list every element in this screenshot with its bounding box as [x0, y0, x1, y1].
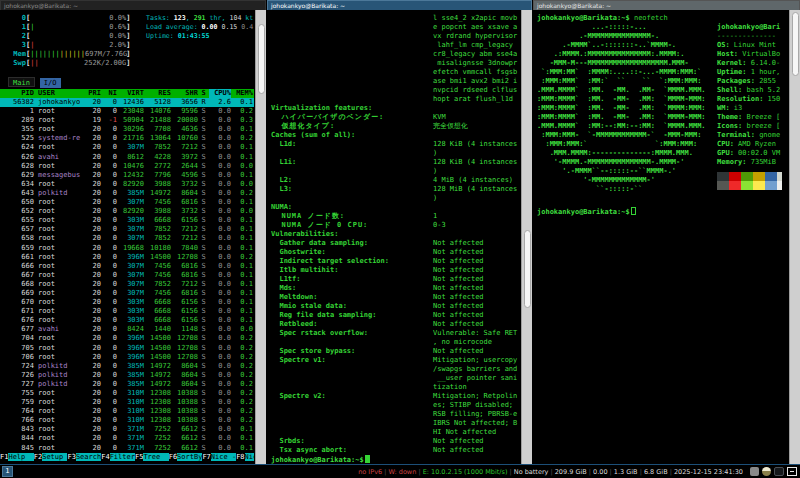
htop-process-row[interactable]: 727polkitd200385M149728604S0.00.2: [0, 380, 254, 389]
scrollbar-thumb[interactable]: [792, 12, 799, 76]
htop-column-header[interactable]: VIRT: [117, 89, 144, 98]
fkey-filter[interactable]: F4Filter: [101, 453, 135, 462]
linux-mint-ascii-logo: ...-:::::-... .-MMMMMMMMMMMMMMM-. .-MMMM…: [537, 23, 706, 194]
htop-process-row[interactable]: 634root2008292039883732S0.00.0: [0, 180, 254, 189]
htop-process-row[interactable]: 670root200303M66686156S0.00.1: [0, 298, 254, 307]
brightness-tray-icon[interactable]: [762, 467, 771, 476]
window-htop: johokankyo@Barikata: ~ 0[0.0%] 1[|0.6%] …: [0, 0, 266, 464]
htop-process-row[interactable]: 667root200307M74566816S0.00.1: [0, 271, 254, 280]
titlebar-lscpu[interactable]: johokankyo@Barikata: ~: [267, 0, 532, 10]
htop-process-row[interactable]: 726polkitd200385M149728604S0.00.2: [0, 371, 254, 380]
htop-process-row[interactable]: 845root200371M72526612S0.00.1: [0, 444, 254, 453]
status-segment: 6.8 GiB: [644, 468, 668, 476]
titlebar-neofetch[interactable]: johokankyo@Barikata: ~: [533, 0, 800, 10]
htop-process-row[interactable]: 666root200307M74566816S0.00.1: [0, 262, 254, 271]
lscpu-line: , no microcode: [267, 338, 520, 347]
lscpu-line: l sse4_2 x2apic movb: [267, 14, 520, 23]
htop-process-row[interactable]: 671root200303M66686156S0.00.1: [0, 307, 254, 316]
htop-process-row[interactable]: 655root200303M66686156S0.00.1: [0, 216, 254, 225]
neofetch-info-line: Memory: 735MiB: [717, 158, 780, 167]
scrollbar-htop[interactable]: [255, 10, 266, 464]
htop-column-header[interactable]: USER: [34, 89, 84, 98]
htop-column-header[interactable]: PRI: [84, 89, 101, 98]
htop-process-row[interactable]: 626avahi200861242283972S0.00.1: [0, 153, 254, 162]
htop-process-row[interactable]: 706root200396M1450012708S0.00.2: [0, 353, 254, 362]
htop-process-row[interactable]: 657root200307M78527212S0.00.1: [0, 225, 254, 234]
neofetch-info-line: WM: i3: [717, 104, 780, 113]
neofetch-info-line: OS: Linux Mint: [717, 41, 780, 50]
htop-process-row[interactable]: 659root20019668101807840S0.00.1: [0, 244, 254, 253]
htop-process-row[interactable]: 628root2001047627722644S0.00.0: [0, 162, 254, 171]
scrollbar-neofetch[interactable]: [789, 10, 800, 464]
palette-row-normal: [717, 172, 782, 181]
htop-process-list: 56382johokankyo2001243651283656R2.60.11r…: [0, 98, 254, 453]
htop-process-row[interactable]: 1root20023048140769596S0.00.2: [0, 107, 254, 116]
htop-process-row[interactable]: 652root2008292039883732S0.00.0: [0, 207, 254, 216]
htop-column-header[interactable]: NI: [101, 89, 117, 98]
terminal-htop[interactable]: 0[0.0%] 1[|0.6%] 2[0.0%] 3[|2.0%] Mem[||…: [0, 10, 266, 464]
htop-process-row[interactable]: 355root2003029677084636S0.00.1: [0, 125, 254, 134]
scrollbar-thumb[interactable]: [258, 24, 265, 94]
status-segment: No battery: [514, 468, 549, 476]
network-tray-icon[interactable]: [750, 467, 759, 476]
fkey-nice-[interactable]: F7Nice -: [202, 453, 236, 462]
htop-process-row[interactable]: 661root200396M1450012708S0.00.2: [0, 253, 254, 262]
workspace-button-1[interactable]: 1: [2, 466, 13, 477]
lscpu-line: NUMA:: [267, 203, 520, 212]
htop-process-row[interactable]: 677avahi200842414401148S0.00.0: [0, 325, 254, 334]
palette-swatch: [753, 172, 765, 181]
display-tray-icon[interactable]: [774, 467, 784, 476]
htop-column-header[interactable]: CPU%: [209, 89, 231, 98]
window-lscpu: johokankyo@Barikata: ~ l sse4_2 x2apic m…: [266, 0, 532, 464]
htop-process-row[interactable]: 289root19-1509042148820080S0.00.3: [0, 116, 254, 125]
htop-process-row[interactable]: 56382johokankyo2001243651283656R2.60.1: [0, 98, 254, 107]
htop-process-row[interactable]: 658root200307M78527212S0.00.1: [0, 234, 254, 243]
shell-prompt: johokankyo@Barikata:~$: [537, 207, 636, 216]
tab-io[interactable]: I/O: [40, 78, 61, 88]
lscpu-line: __user pointer sani: [267, 374, 520, 383]
fkey-help[interactable]: F1Help: [0, 453, 34, 462]
lscpu-line: ハイパーバイザのベンダー:KVM: [267, 113, 520, 122]
htop-process-row[interactable]: 643polkitd200385M149728604S0.00.2: [0, 189, 254, 198]
htop-process-row[interactable]: 705root200396M1450012708S0.00.2: [0, 344, 254, 353]
htop-column-header[interactable]: MEM%: [231, 89, 253, 98]
htop-process-row[interactable]: 764root200310M1230810388S0.00.2: [0, 407, 254, 416]
htop-process-row[interactable]: 624root200307M78527212S0.00.1: [0, 143, 254, 152]
htop-process-row[interactable]: 629messagebus2001243277964596S0.00.1: [0, 171, 254, 180]
fkey-tree[interactable]: F5Tree: [135, 453, 169, 462]
status-segment: 0.00: [593, 468, 607, 476]
titlebar-htop[interactable]: johokankyo@Barikata: ~: [0, 0, 266, 10]
htop-process-row[interactable]: 668root200307M78527212S0.00.1: [0, 280, 254, 289]
htop-process-row[interactable]: 755root200310M1230810388S0.00.2: [0, 389, 254, 398]
htop-process-row[interactable]: 759root200310M1230810388S0.00.2: [0, 398, 254, 407]
neofetch-info-line: Shell: bash 5.2: [717, 86, 780, 95]
htop-column-header[interactable]: S: [198, 89, 209, 98]
scrollbar-thumb[interactable]: [524, 230, 531, 308]
lscpu-line: Spec rstack overflow:Vulnerable: Safe RE…: [267, 329, 520, 338]
lscpu-line: Tsx async abort:Not affected: [267, 446, 520, 455]
fkey-nice-[interactable]: F8Nice +: [236, 453, 254, 462]
scrollbar-lscpu[interactable]: [521, 10, 532, 464]
terminal-neofetch[interactable]: johokankyo@Barikata:~$ neofetch ...-::::…: [533, 10, 800, 464]
terminal-tray-icon[interactable]: [787, 467, 797, 476]
htop-column-header[interactable]: RES: [144, 89, 171, 98]
htop-process-row[interactable]: 676root200303M66686156S0.00.1: [0, 316, 254, 325]
terminal-lscpu[interactable]: l sse4_2 x2apic movbe popcnt aes xsave a…: [267, 10, 532, 464]
htop-function-key-bar: F1Help F2Setup F3SearchF4FilterF5Tree F6…: [0, 453, 254, 462]
lscpu-line: ): [267, 194, 520, 203]
htop-column-header[interactable]: PID: [4, 89, 34, 98]
htop-process-row[interactable]: 704root200396M1450012708S0.00.2: [0, 334, 254, 343]
htop-process-row[interactable]: 766root200310M1230810388S0.00.2: [0, 416, 254, 425]
fkey-setup[interactable]: F2Setup: [34, 453, 68, 462]
htop-column-header[interactable]: SHR: [171, 89, 198, 98]
load-average-line: Load average: 0.00 0.15 0.4: [146, 23, 253, 32]
htop-process-row[interactable]: 525systemd-re200217161306410760S0.00.2: [0, 134, 254, 143]
fkey-sortby[interactable]: F6SortBy: [169, 453, 203, 462]
fkey-search[interactable]: F3Search: [67, 453, 101, 462]
tab-main[interactable]: Main: [8, 77, 35, 87]
htop-process-row[interactable]: 669root200307M74566816S0.00.1: [0, 289, 254, 298]
htop-process-row[interactable]: 844root200371M72526612S0.00.1: [0, 434, 254, 443]
htop-process-row[interactable]: 843root200371M72526612S0.00.1: [0, 425, 254, 434]
htop-process-row[interactable]: 724polkitd200385M149728604S0.00.2: [0, 362, 254, 371]
htop-process-row[interactable]: 650root200307M74566816S0.00.1: [0, 198, 254, 207]
